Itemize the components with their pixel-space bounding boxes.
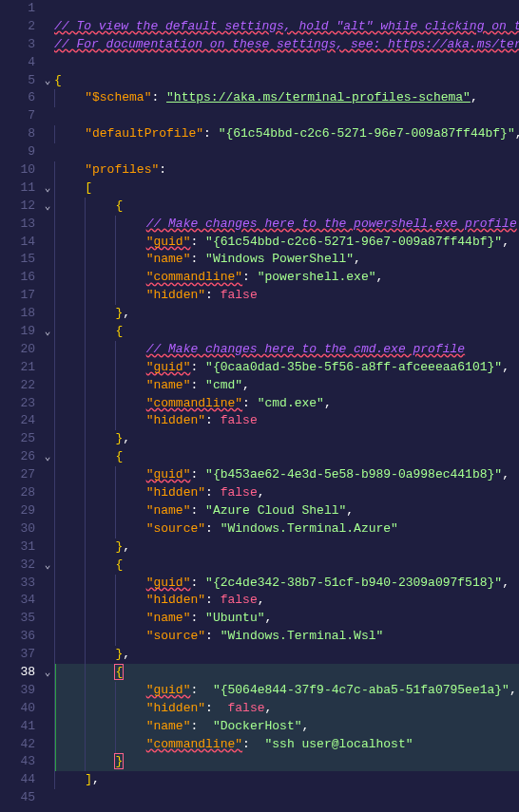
fold-chevron-icon (41, 269, 54, 287)
code-line[interactable]: "commandline": "cmd.exe", (54, 395, 519, 413)
code-line[interactable]: "guid": "{b453ae62-4e3d-5e58-b989-0a998e… (54, 466, 519, 484)
code-line[interactable]: }, (54, 430, 519, 448)
code-line[interactable]: "hidden": false (54, 412, 519, 430)
fold-chevron-icon[interactable]: ⌄ (41, 323, 54, 341)
code-line[interactable]: "guid": "{5064e844-37f9-4c7c-aba5-51fa07… (54, 682, 519, 700)
fold-chevron-icon (41, 412, 54, 430)
fold-chevron-icon (41, 395, 54, 413)
code-line[interactable]: "commandline": "ssh user@localhost" (54, 736, 519, 754)
fold-chevron-icon (41, 54, 54, 72)
fold-chevron-icon (41, 646, 54, 664)
code-line[interactable]: "source": "Windows.Terminal.Azure" (54, 520, 519, 538)
code-line[interactable]: "hidden": false, (54, 592, 519, 610)
fold-chevron-icon (41, 161, 54, 179)
fold-chevron-icon (41, 466, 54, 484)
fold-chevron-icon (41, 234, 54, 252)
code-line[interactable]: "name": "Windows PowerShell", (54, 251, 519, 269)
line-number-gutter: 1234567891011121314151617181920212223242… (0, 0, 41, 812)
code-line[interactable]: "commandline": "powershell.exe", (54, 269, 519, 287)
code-line[interactable] (54, 0, 519, 18)
code-line[interactable]: "source": "Windows.Terminal.Wsl" (54, 628, 519, 646)
fold-chevron-icon[interactable]: ⌄ (41, 557, 54, 575)
code-line[interactable]: // Make changes here to the cmd.exe prof… (54, 341, 519, 359)
code-line[interactable]: "name": "DockerHost", (54, 718, 519, 736)
fold-chevron-icon (41, 592, 54, 610)
fold-chevron-icon (41, 718, 54, 736)
code-line[interactable]: }, (54, 305, 519, 323)
fold-chevron-icon (41, 359, 54, 377)
fold-chevron-icon (41, 143, 54, 161)
code-line[interactable] (54, 789, 519, 807)
fold-chevron-icon (41, 736, 54, 754)
code-line[interactable]: { (54, 448, 519, 466)
code-line[interactable]: // For documentation on these settings, … (54, 36, 519, 54)
code-editor[interactable]: 1234567891011121314151617181920212223242… (0, 0, 519, 812)
fold-chevron-icon (41, 287, 54, 305)
fold-chevron-icon (41, 216, 54, 234)
code-line[interactable]: { (54, 557, 519, 575)
fold-chevron-icon (41, 575, 54, 593)
code-line[interactable] (54, 107, 519, 125)
fold-chevron-icon (41, 430, 54, 448)
code-line[interactable]: [ (54, 179, 519, 198)
code-line[interactable]: { (54, 323, 519, 341)
fold-chevron-icon[interactable]: ⌄ (41, 72, 54, 90)
fold-chevron-icon (41, 36, 54, 54)
fold-chevron-icon (41, 251, 54, 269)
fold-column: ⌄⌄⌄⌄⌄⌄⌄ (41, 0, 54, 812)
code-line[interactable]: // To view the default settings, hold "a… (54, 18, 519, 36)
code-line[interactable]: "profiles": (54, 161, 519, 179)
code-line[interactable]: "name": "cmd", (54, 377, 519, 395)
code-line[interactable]: } (54, 753, 519, 771)
code-line[interactable]: "hidden": false, (54, 700, 519, 718)
code-line[interactable]: { (54, 72, 519, 90)
fold-chevron-icon (41, 125, 54, 143)
fold-chevron-icon (41, 89, 54, 107)
code-line[interactable]: "guid": "{2c4de342-38b7-51cf-b940-2309a0… (54, 575, 519, 593)
fold-chevron-icon (41, 789, 54, 807)
code-line[interactable]: "$schema": "https://aka.ms/terminal-prof… (54, 89, 519, 107)
fold-chevron-icon[interactable]: ⌄ (41, 179, 54, 198)
code-line[interactable]: { (54, 198, 519, 216)
fold-chevron-icon (41, 628, 54, 646)
fold-chevron-icon (41, 107, 54, 125)
code-line[interactable]: "hidden": false (54, 287, 519, 305)
fold-chevron-icon (41, 502, 54, 520)
fold-chevron-icon (41, 538, 54, 557)
fold-chevron-icon[interactable]: ⌄ (41, 448, 54, 466)
code-line[interactable] (54, 143, 519, 161)
fold-chevron-icon (41, 753, 54, 771)
code-line[interactable] (54, 54, 519, 72)
code-line[interactable]: "guid": "{0caa0dad-35be-5f56-a8ff-afceee… (54, 359, 519, 377)
fold-chevron-icon (41, 18, 54, 36)
fold-chevron-icon (41, 377, 54, 395)
fold-chevron-icon (41, 610, 54, 628)
fold-chevron-icon (41, 0, 54, 18)
fold-chevron-icon (41, 341, 54, 359)
code-line[interactable]: "name": "Ubuntu", (54, 610, 519, 628)
code-line[interactable]: // Make changes here to the powershell.e… (54, 216, 519, 234)
code-line[interactable]: { (54, 664, 519, 682)
code-line[interactable]: }, (54, 538, 519, 557)
code-line[interactable]: "defaultProfile": "{61c54bbd-c2c6-5271-9… (54, 125, 519, 143)
fold-chevron-icon[interactable]: ⌄ (41, 198, 54, 216)
code-line[interactable]: ], (54, 771, 519, 789)
fold-chevron-icon (41, 484, 54, 502)
fold-chevron-icon (41, 682, 54, 700)
fold-chevron-icon (41, 771, 54, 789)
code-content[interactable]: // To view the default settings, hold "a… (54, 0, 519, 812)
fold-chevron-icon (41, 305, 54, 323)
fold-chevron-icon[interactable]: ⌄ (41, 664, 54, 682)
code-line[interactable]: }, (54, 646, 519, 664)
code-line[interactable]: "hidden": false, (54, 484, 519, 502)
fold-chevron-icon (41, 520, 54, 538)
fold-chevron-icon (41, 700, 54, 718)
code-line[interactable]: "name": "Azure Cloud Shell", (54, 502, 519, 520)
code-line[interactable]: "guid": "{61c54bbd-c2c6-5271-96e7-009a87… (54, 234, 519, 252)
